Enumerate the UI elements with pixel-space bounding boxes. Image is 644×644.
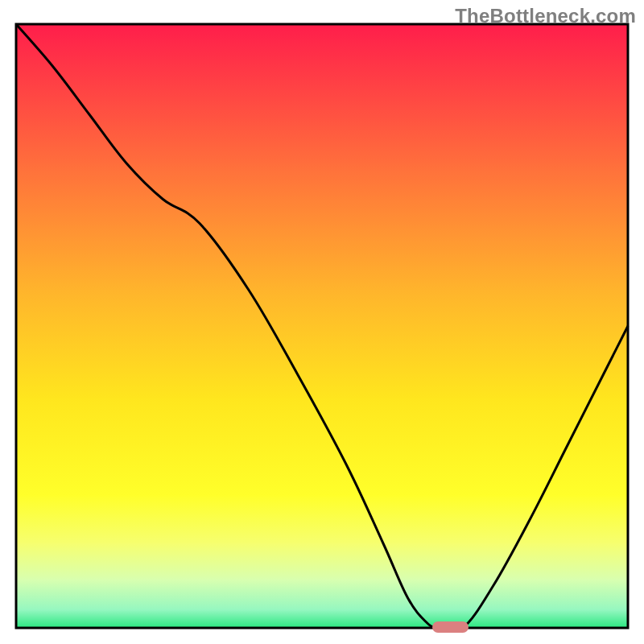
chart-svg xyxy=(0,0,644,644)
svg-rect-7 xyxy=(16,580,628,611)
svg-rect-3 xyxy=(16,290,628,399)
svg-rect-2 xyxy=(16,163,628,291)
gradient-background xyxy=(16,24,628,629)
svg-rect-5 xyxy=(16,495,628,544)
svg-rect-6 xyxy=(16,543,628,580)
svg-rect-1 xyxy=(16,24,628,164)
bottleneck-chart: TheBottleneck.com xyxy=(0,0,644,644)
svg-rect-4 xyxy=(16,398,628,496)
svg-rect-8 xyxy=(16,610,628,630)
